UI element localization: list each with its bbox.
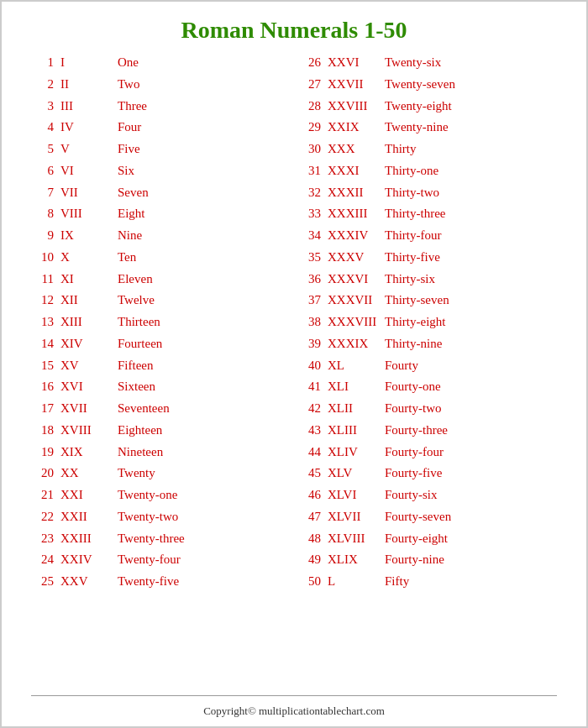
- number: 23: [27, 530, 54, 548]
- number: 45: [294, 464, 321, 483]
- number: 4: [27, 118, 54, 137]
- number: 2: [27, 76, 54, 94]
- number: 12: [27, 291, 54, 310]
- word-label: Nineteen: [118, 443, 294, 462]
- word-label: Eighteen: [118, 422, 294, 440]
- number: 26: [294, 54, 321, 72]
- word-label: Nine: [118, 227, 294, 245]
- table-row: 36XXXVIThirty-six: [294, 269, 561, 291]
- roman-numeral: XVI: [60, 378, 118, 396]
- word-label: Fourty-nine: [385, 551, 561, 569]
- numerals-table: 1IOne2IITwo3IIIThree4IVFour5VFive6VISix7…: [2, 52, 586, 689]
- table-row: 17XVIISeventeen: [27, 398, 294, 420]
- table-row: 27XXVIITwenty-seven: [294, 74, 561, 96]
- table-row: 2IITwo: [27, 74, 294, 96]
- number: 6: [27, 162, 54, 181]
- word-label: Seven: [118, 184, 294, 202]
- roman-numeral: IX: [60, 227, 118, 245]
- word-label: Ten: [118, 249, 294, 267]
- roman-numeral: XIV: [60, 335, 118, 354]
- table-row: 40XLFourty: [294, 355, 561, 377]
- roman-numeral: XI: [60, 270, 118, 289]
- left-column: 1IOne2IITwo3IIIThree4IVFour5VFive6VISix7…: [27, 52, 294, 689]
- word-label: Fourty-eight: [385, 530, 561, 548]
- table-row: 1IOne: [27, 52, 294, 74]
- table-row: 4IVFour: [27, 117, 294, 139]
- number: 16: [27, 378, 54, 396]
- word-label: Thirty-five: [385, 249, 561, 267]
- word-label: Twenty-four: [118, 551, 294, 569]
- table-row: 39XXXIXThirty-nine: [294, 333, 561, 355]
- number: 15: [27, 357, 54, 375]
- number: 50: [294, 573, 321, 591]
- word-label: Three: [118, 97, 294, 116]
- roman-numeral: XXXV: [328, 249, 385, 267]
- table-row: 5VFive: [27, 139, 294, 160]
- word-label: Fourty-one: [385, 378, 561, 396]
- number: 3: [27, 97, 54, 116]
- word-label: Twenty-six: [385, 54, 561, 72]
- word-label: Thirty-one: [385, 162, 561, 181]
- table-row: 34XXXIVThirty-four: [294, 225, 561, 247]
- number: 40: [294, 357, 321, 375]
- roman-numeral: XXI: [60, 486, 118, 505]
- word-label: Sixteen: [118, 378, 294, 396]
- roman-numeral: XXXI: [328, 162, 385, 181]
- word-label: Thirty-two: [385, 184, 561, 202]
- roman-numeral: XII: [60, 291, 118, 310]
- word-label: Fifty: [385, 573, 561, 591]
- number: 28: [294, 97, 321, 116]
- word-label: Fourty-seven: [385, 508, 561, 526]
- roman-numeral: XLII: [328, 400, 385, 418]
- word-label: Twenty: [118, 464, 294, 483]
- word-label: Twenty-two: [118, 508, 294, 526]
- table-row: 14XIVFourteen: [27, 333, 294, 355]
- table-row: 29XXIXTwenty-nine: [294, 117, 561, 139]
- number: 21: [27, 486, 54, 505]
- table-row: 12XIITwelve: [27, 290, 294, 312]
- word-label: Twenty-one: [118, 486, 294, 505]
- number: 31: [294, 162, 321, 181]
- roman-numeral: V: [60, 140, 118, 159]
- word-label: Fourty-three: [385, 422, 561, 440]
- number: 49: [294, 551, 321, 569]
- table-row: 15XVFifteen: [27, 355, 294, 377]
- table-row: 21XXITwenty-one: [27, 484, 294, 506]
- number: 14: [27, 335, 54, 354]
- number: 33: [294, 205, 321, 223]
- number: 46: [294, 486, 321, 505]
- number: 8: [27, 205, 54, 223]
- roman-numeral: XXXVII: [328, 291, 385, 310]
- roman-numeral: XXXIII: [328, 205, 385, 223]
- table-row: 35XXXVThirty-five: [294, 247, 561, 269]
- roman-numeral: XLIX: [328, 551, 385, 569]
- roman-numeral: XLIV: [328, 443, 385, 462]
- word-label: Seventeen: [118, 400, 294, 418]
- number: 10: [27, 249, 54, 267]
- number: 25: [27, 573, 54, 591]
- word-label: Twenty-nine: [385, 118, 561, 137]
- number: 20: [27, 464, 54, 483]
- word-label: Five: [118, 140, 294, 159]
- table-row: 20XXTwenty: [27, 463, 294, 484]
- roman-numeral: VII: [60, 184, 118, 202]
- word-label: Thirty-four: [385, 227, 561, 245]
- number: 39: [294, 335, 321, 354]
- roman-numeral: XXIII: [60, 530, 118, 548]
- number: 27: [294, 76, 321, 94]
- word-label: Eleven: [118, 270, 294, 289]
- footer-divider: [31, 695, 557, 696]
- footer-text: Copyright© multiplicationtablechart.com: [2, 699, 586, 726]
- roman-numeral: XLI: [328, 378, 385, 396]
- number: 19: [27, 443, 54, 462]
- table-row: 23XXIIITwenty-three: [27, 528, 294, 550]
- number: 13: [27, 313, 54, 332]
- table-row: 13XIIIThirteen: [27, 312, 294, 333]
- table-row: 3IIIThree: [27, 96, 294, 118]
- table-row: 38XXXVIIIThirty-eight: [294, 312, 561, 333]
- roman-numeral: I: [60, 54, 118, 72]
- word-label: Four: [118, 118, 294, 137]
- roman-numeral: XXXII: [328, 184, 385, 202]
- roman-numeral: XXXIX: [328, 335, 385, 354]
- roman-numeral: XXV: [60, 573, 118, 591]
